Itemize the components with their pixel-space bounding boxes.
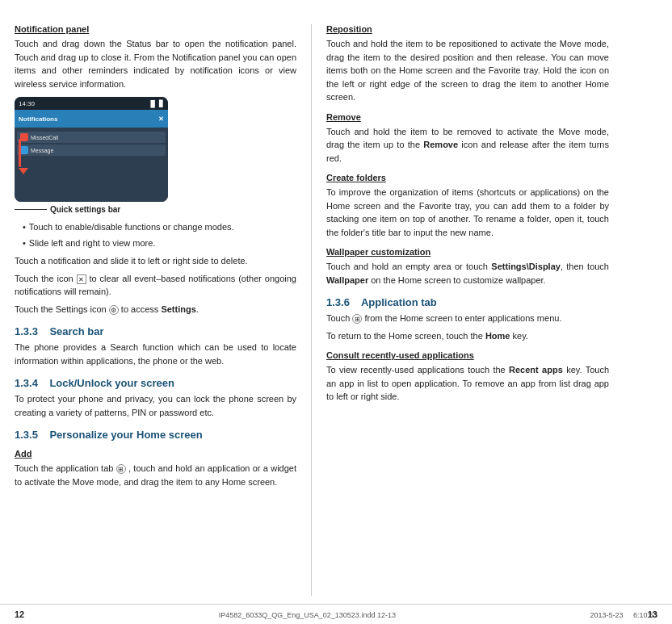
wallpaper-heading: Wallpaper customization: [326, 247, 609, 257]
notif-label-2: Message: [31, 148, 53, 153]
quick-settings-callout: Quick settings bar: [15, 205, 176, 214]
notif-label-1: MissedCall: [31, 135, 58, 140]
footer-filename: IP4582_6033Q_QG_Eng_USA_02_130523.indd 1…: [219, 611, 396, 619]
lock-unlock-heading: 1.3.4 Lock/Unlock your screen: [15, 377, 296, 389]
remove-body: Touch and hold the item to be removed to…: [326, 125, 609, 165]
main-content: Notification panel Touch and drag down t…: [0, 0, 672, 604]
page-container: Notification panel Touch and drag down t…: [0, 0, 672, 624]
add-body: Touch the application tab ⊞ , touch and …: [15, 462, 296, 488]
phone-time: 14:30: [19, 100, 35, 107]
left-page-number: 12: [15, 609, 24, 619]
notification-item-1: MissedCall: [17, 132, 166, 143]
red-indicator-bar: [19, 139, 21, 167]
phone-notifications: MissedCall Message: [15, 128, 168, 202]
consult-body: To view recently-used applications touch…: [326, 363, 609, 404]
quick-settings-bullets: • Touch to enable/disable functions or c…: [23, 220, 296, 249]
phone-screenshot-container: 14:30 ▐▌ ▊ Notifications ✕ MissedCall: [15, 97, 176, 214]
notification-item-2: Message: [17, 144, 166, 156]
home-icon-inline: ⊞: [352, 314, 362, 324]
notif-icon-2: [20, 146, 28, 154]
lock-unlock-body: To protect your phone and privacy, you c…: [15, 392, 296, 419]
bullet-dot-1: •: [23, 220, 26, 234]
settings-bold: Settings: [161, 304, 195, 314]
app-tab-body2: To return to the Home screen, touch the …: [326, 329, 609, 343]
settings-display-bold: Settings\Display: [491, 262, 561, 271]
personalize-heading: 1.3.5 Personalize your Home screen: [15, 429, 296, 441]
home-bold: Home: [485, 331, 510, 341]
bullet-dot-2: •: [23, 237, 26, 250]
notification-clear-text: Touch the icon ✕ to clear all event–base…: [15, 272, 296, 299]
footer-date: 2013-5-23: [590, 611, 623, 619]
reposition-heading: Reposition: [326, 24, 609, 34]
phone-status-bar: 14:30 ▐▌ ▊: [15, 97, 168, 110]
phone-notification-header: Notifications ✕: [15, 110, 168, 128]
bullet-item-1: • Touch to enable/disable functions or c…: [23, 220, 296, 234]
app-tab-icon: ⊞: [116, 464, 126, 474]
settings-icon-text: Touch the Settings icon ⚙ to access Sett…: [15, 303, 296, 316]
app-tab-body1: Touch ⊞ from the Home screen to enter ap…: [326, 312, 609, 325]
phone-image: 14:30 ▐▌ ▊ Notifications ✕ MissedCall: [15, 97, 168, 202]
page-footer: 12 IP4582_6033Q_QG_Eng_USA_02_130523.ind…: [0, 604, 672, 624]
notification-panel-heading: Notification panel: [15, 24, 296, 34]
search-bar-heading: 1.3.3 Search bar: [15, 325, 296, 337]
right-column: Reposition Touch and hold the item to be…: [312, 24, 609, 596]
notification-panel-body1: Touch and drag down the Status bar to op…: [15, 37, 296, 90]
settings-icon: ⚙: [109, 305, 119, 315]
recent-apps-bold: Recent apps: [509, 365, 563, 375]
phone-close-icon: ✕: [158, 115, 164, 123]
bullet-text-2: Slide left and right to view more.: [29, 237, 156, 250]
callout-line: [15, 209, 47, 210]
phone-icons: ▐▌ ▊: [148, 100, 164, 107]
notif-icon-1: [20, 133, 28, 141]
app-tab-heading: 1.3.6 Application tab: [326, 296, 609, 308]
consult-heading: Consult recently-used applications: [326, 350, 609, 360]
bullet-text-1: Touch to enable/disable functions or cha…: [29, 220, 234, 234]
quick-settings-label: Quick settings bar: [50, 205, 120, 214]
wallpaper-body: Touch and hold an empty area or touch Se…: [326, 260, 609, 287]
remove-bold: Remove: [423, 140, 458, 149]
reposition-body: Touch and hold the item to be reposition…: [326, 37, 609, 104]
create-folders-body: To improve the organization of items (sh…: [326, 186, 609, 239]
left-column: Notification panel Touch and drag down t…: [15, 24, 312, 596]
create-folders-heading: Create folders: [326, 173, 609, 182]
red-indicator-arrow: [19, 168, 28, 174]
remove-heading: Remove: [326, 112, 609, 122]
add-subheading: Add: [15, 449, 296, 459]
clear-icon: ✕: [77, 274, 86, 284]
wallpaper-bold: Wallpaper: [326, 275, 368, 285]
bullet-item-2: • Slide left and right to view more.: [23, 237, 296, 250]
search-bar-body: The phone provides a Search function whi…: [15, 341, 296, 367]
notification-slide-text: Touch a notification and slide it to lef…: [15, 254, 296, 268]
right-page-number: 13: [648, 609, 657, 619]
